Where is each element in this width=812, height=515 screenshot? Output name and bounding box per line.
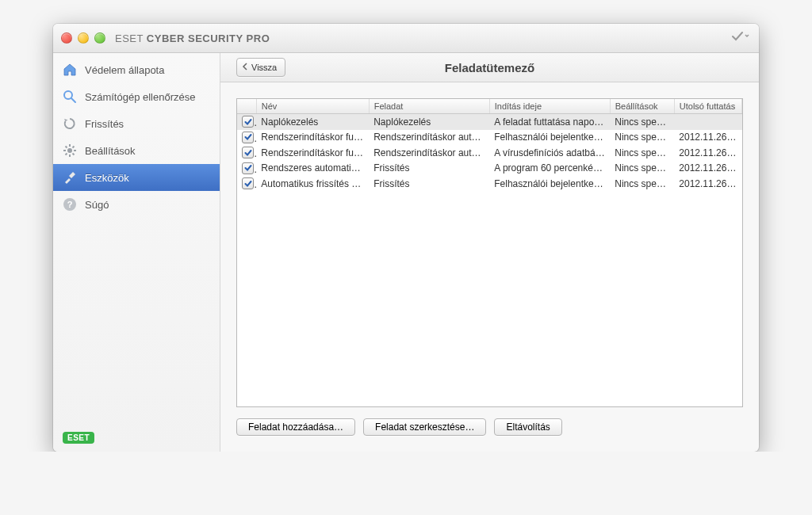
scheduler-table-container: Név Feladat Indítás ideje Beállítások Ut…: [236, 98, 743, 407]
minimize-button[interactable]: [78, 32, 89, 44]
svg-line-9: [73, 147, 75, 148]
sidebar-items: Védelem állapota Számítógép ellenőrzése …: [53, 53, 220, 423]
cell-name: Rendszerindításkor fut…: [256, 130, 369, 146]
titlebar: ESET CYBER SECURITY PRO: [53, 24, 759, 53]
gear-icon: [63, 143, 77, 158]
cell-start: A feladat futtatása napo…: [489, 114, 610, 130]
cell-settings: Nincs speci…: [610, 145, 674, 161]
sidebar: Védelem állapota Számítógép ellenőrzése …: [53, 53, 220, 452]
sidebar-item-label: Számítógép ellenőrzése: [85, 91, 195, 103]
app-title-bold: CYBER SECURITY PRO: [147, 32, 270, 44]
panel-title: Feladatütemező: [220, 61, 759, 74]
sidebar-item-update[interactable]: Frissítés: [53, 110, 220, 137]
sidebar-item-computer-scan[interactable]: Számítógép ellenőrzése: [53, 83, 220, 110]
remove-task-button[interactable]: Eltávolítás: [494, 418, 561, 436]
sidebar-item-settings[interactable]: Beállítások: [53, 137, 220, 164]
column-header-task[interactable]: Feladat: [369, 99, 489, 114]
cell-last: 2012.11.26.…: [674, 145, 741, 161]
cell-last: 2012.11.26.…: [674, 176, 741, 192]
close-button[interactable]: [61, 32, 72, 44]
cell-task: Rendszerindításkor auto…: [369, 145, 489, 161]
sidebar-item-protection-status[interactable]: Védelem állapota: [53, 56, 220, 83]
table-row[interactable]: Rendszerindításkor fut…Rendszerindításko…: [237, 130, 742, 146]
cell-task: Rendszerindításkor auto…: [369, 130, 489, 146]
chevron-left-icon: [242, 63, 248, 72]
scheduler-table: Név Feladat Indítás ideje Beállítások Ut…: [237, 99, 742, 192]
cell-start: Felhasználói bejelentkez…: [489, 130, 610, 146]
content: Vissza Feladatütemező Név: [220, 53, 759, 452]
table-row[interactable]: Automatikus frissítés a…FrissítésFelhasz…: [237, 176, 742, 192]
cell-start: A program 60 percenkén…: [489, 161, 610, 177]
row-checkbox-cell: [237, 145, 256, 161]
titlebar-status-menu[interactable]: [732, 31, 749, 45]
row-checkbox-cell: [237, 114, 256, 130]
content-body: Név Feladat Indítás ideje Beállítások Ut…: [220, 82, 759, 452]
refresh-icon: [63, 116, 77, 131]
content-header: Vissza Feladatütemező: [220, 53, 759, 82]
cell-last: 2012.11.26.…: [674, 161, 741, 177]
check-icon: [732, 31, 749, 42]
eset-brand-badge: ESET: [63, 432, 94, 444]
sidebar-item-label: Súgó: [85, 199, 109, 211]
row-checkbox[interactable]: [242, 132, 254, 143]
cell-task: Naplókezelés: [369, 114, 489, 130]
cell-task: Frissítés: [369, 176, 489, 192]
sidebar-footer: ESET: [53, 423, 220, 452]
row-checkbox[interactable]: [242, 162, 254, 174]
back-button-label: Vissza: [251, 63, 277, 72]
sidebar-item-label: Frissítés: [85, 118, 124, 130]
row-checkbox[interactable]: [242, 177, 254, 189]
column-header-start[interactable]: Indítás ideje: [489, 99, 610, 114]
svg-text:?: ?: [67, 200, 73, 209]
row-checkbox[interactable]: [242, 147, 254, 158]
svg-line-8: [73, 154, 75, 155]
row-checkbox-cell: [237, 130, 256, 146]
cell-name: Rendszerindításkor fut…: [256, 145, 369, 161]
table-row[interactable]: NaplókezelésNaplókezelésA feladat futtat…: [237, 114, 742, 130]
cell-last: [674, 114, 741, 130]
cell-name: Naplókezelés: [256, 114, 369, 130]
row-checkbox[interactable]: [242, 116, 254, 128]
column-header-name[interactable]: Név: [256, 99, 369, 114]
sidebar-item-label: Eszközök: [85, 172, 129, 184]
cell-settings: Nincs speci…: [610, 176, 674, 192]
sidebar-item-tools[interactable]: Eszközök: [53, 164, 220, 191]
svg-line-7: [66, 147, 67, 148]
cell-name: Rendszeres automatik…: [256, 161, 369, 177]
cell-last: 2012.11.26.…: [674, 130, 741, 146]
edit-task-button[interactable]: Feladat szerkesztése…: [363, 418, 486, 436]
tools-icon: [63, 170, 77, 185]
cell-settings: Nincs speci…: [610, 114, 674, 130]
row-checkbox-cell: [237, 161, 256, 177]
home-icon: [63, 63, 77, 77]
cell-name: Automatikus frissítés a…: [256, 176, 369, 192]
cell-start: A vírusdefiníciós adatbá…: [489, 145, 610, 161]
cell-task: Frissítés: [369, 161, 489, 177]
help-icon: ?: [63, 197, 77, 212]
column-header-last[interactable]: Utolsó futtatás: [674, 99, 741, 114]
svg-point-2: [67, 148, 72, 153]
cell-settings: Nincs speci…: [610, 161, 674, 177]
app-window: ESET CYBER SECURITY PRO Védelem állapota: [53, 24, 759, 452]
row-checkbox-cell: [237, 176, 256, 192]
add-task-button[interactable]: Feladat hozzáadása…: [236, 418, 355, 436]
search-icon: [63, 90, 77, 104]
svg-line-1: [71, 98, 75, 102]
svg-line-10: [66, 154, 67, 155]
app-title: ESET CYBER SECURITY PRO: [115, 32, 270, 44]
back-button[interactable]: Vissza: [236, 58, 285, 77]
traffic-lights: [61, 32, 105, 44]
button-row: Feladat hozzáadása… Feladat szerkesztése…: [236, 418, 743, 436]
column-header-settings[interactable]: Beállítások: [610, 99, 674, 114]
app-title-light: ESET: [115, 32, 147, 44]
table-header-row: Név Feladat Indítás ideje Beállítások Ut…: [237, 99, 742, 114]
zoom-button[interactable]: [94, 32, 105, 44]
column-header-checkbox[interactable]: [237, 99, 256, 114]
sidebar-item-label: Védelem állapota: [85, 64, 164, 76]
sidebar-item-label: Beállítások: [85, 145, 136, 157]
table-row[interactable]: Rendszeres automatik…FrissítésA program …: [237, 161, 742, 177]
cell-start: Felhasználói bejelentkez…: [489, 176, 610, 192]
table-row[interactable]: Rendszerindításkor fut…Rendszerindításko…: [237, 145, 742, 161]
sidebar-item-help[interactable]: ? Súgó: [53, 191, 220, 218]
cell-settings: Nincs speci…: [610, 130, 674, 146]
